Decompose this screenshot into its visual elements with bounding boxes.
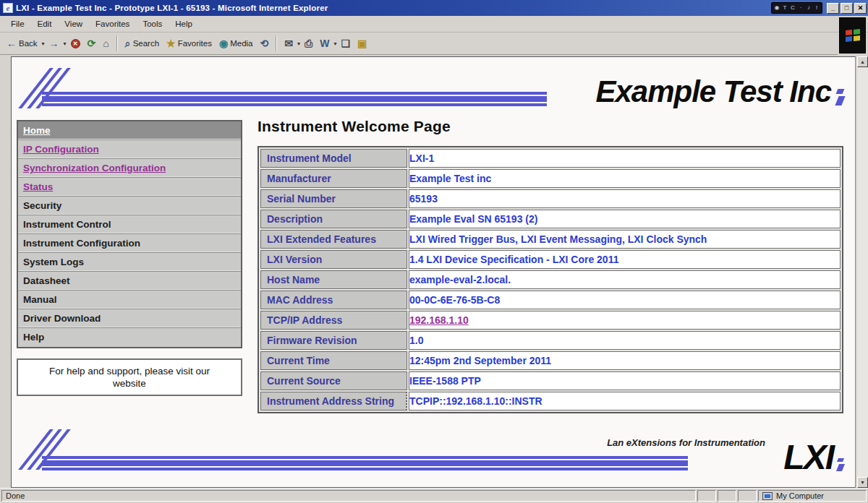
lxi-logo-text: LXI <box>783 439 833 476</box>
refresh-button[interactable]: ⟳ <box>85 36 99 51</box>
plugin-icon[interactable]: ! <box>813 4 820 12</box>
table-row: Manufacturer Example Test inc <box>260 169 841 188</box>
menu-bar: File Edit View Favorites Tools Help <box>0 16 868 33</box>
lxi-tagline: Lan eXtensions for Instrumentation <box>607 437 765 448</box>
plugin-icon[interactable]: T <box>781 4 788 12</box>
menu-edit[interactable]: Edit <box>31 17 59 30</box>
print-button[interactable]: ⎙ <box>302 36 315 51</box>
plugin-icon[interactable]: C <box>789 4 796 12</box>
logo-mark-icon <box>837 89 843 106</box>
sidebar-item-ip-configuration[interactable]: IP Configuration <box>18 140 241 159</box>
sidebar-item-instrument-configuration[interactable]: Instrument Configuration <box>18 234 241 253</box>
edit-icon: W <box>320 38 329 49</box>
mail-button[interactable]: ✉ <box>281 36 296 51</box>
toolbar-separator <box>276 35 277 51</box>
minimize-button[interactable]: _ <box>827 3 839 14</box>
stop-button[interactable]: ✕ <box>68 38 83 50</box>
sidebar: Home IP Configuration Synchronization Co… <box>17 120 242 396</box>
ie-throbber <box>839 17 866 53</box>
print-icon: ⎙ <box>305 38 312 49</box>
back-dropdown-icon[interactable]: ▾ <box>42 40 45 47</box>
sidebar-item-instrument-control[interactable]: Instrument Control <box>18 215 241 234</box>
media-label: Media <box>230 39 252 48</box>
plugin-icon[interactable]: · <box>797 4 804 12</box>
lxi-logo: LXI <box>783 439 843 476</box>
vertical-scrollbar[interactable]: ▲ ▼ <box>857 56 868 488</box>
row-label: Instrument Address String <box>260 392 407 410</box>
messenger-icon: ▣ <box>357 38 367 49</box>
row-value: LXI Wired Trigger Bus, LXI Event Messagi… <box>409 230 841 249</box>
mail-icon: ✉ <box>284 38 293 49</box>
forward-icon: → <box>49 38 59 49</box>
table-row: Current Source IEEE-1588 PTP <box>260 371 841 390</box>
plugin-icon[interactable]: ◉ <box>773 4 780 12</box>
row-label: LXI Extended Features <box>260 230 407 249</box>
sidebar-item-home[interactable]: Home <box>18 121 241 140</box>
media-icon: ◉ <box>219 38 228 49</box>
plugin-icon[interactable]: ♪ <box>805 4 812 12</box>
sidebar-item-datasheet[interactable]: Datasheet <box>18 272 241 291</box>
favorites-button[interactable]: ★ Favorites <box>163 36 215 51</box>
back-icon: ← <box>7 38 17 49</box>
stop-icon: ✕ <box>71 39 80 48</box>
maximize-button[interactable]: □ <box>841 3 853 14</box>
row-label: Current Time <box>260 351 407 370</box>
row-value: Example Test inc <box>409 169 841 188</box>
row-label: Serial Number <box>260 189 407 208</box>
menu-help[interactable]: Help <box>169 17 199 30</box>
sidebar-item-system-logs[interactable]: System Logs <box>18 253 241 272</box>
row-label: Description <box>260 210 407 228</box>
zone-label: My Computer <box>776 491 824 500</box>
history-button[interactable]: ⟲ <box>258 36 272 51</box>
scroll-up-icon[interactable]: ▲ <box>857 56 868 67</box>
menu-tools[interactable]: Tools <box>136 17 169 30</box>
scroll-down-icon[interactable]: ▼ <box>857 477 868 488</box>
table-row: Firmware Revision 1.0 <box>260 331 841 350</box>
row-value: example-eval-2.local. <box>409 270 841 289</box>
menu-view[interactable]: View <box>58 17 89 30</box>
home-button[interactable]: ⌂ <box>100 36 111 51</box>
search-label: Search <box>133 39 159 48</box>
sidebar-item-status[interactable]: Status <box>18 178 241 197</box>
row-value: 1.4 LXI Device Specification - LXI Core … <box>409 250 841 269</box>
row-value: 65193 <box>409 189 841 208</box>
table-row: Description Example Eval SN 65193 (2) <box>260 210 841 228</box>
page-title: Instrument Welcome Page <box>258 118 845 135</box>
row-value: TCPIP::192.168.1.10::INSTR <box>409 392 841 410</box>
forward-button[interactable]: → <box>46 36 62 51</box>
close-button[interactable]: ✕ <box>854 3 867 14</box>
messenger-button[interactable]: ▣ <box>354 36 370 51</box>
edit-button[interactable]: W <box>317 36 332 51</box>
forward-dropdown-icon[interactable]: ▾ <box>64 40 67 47</box>
row-value: Example Eval SN 65193 (2) <box>409 210 841 228</box>
sidebar-item-synchronization-configuration[interactable]: Synchronization Configuration <box>18 159 241 178</box>
lxi-logo-mark-icon <box>838 458 843 471</box>
row-label: LXI Version <box>260 250 407 269</box>
search-button[interactable]: ⌕ Search <box>122 36 162 51</box>
menu-file[interactable]: File <box>4 17 31 30</box>
table-row: Instrument Model LXI-1 <box>260 149 841 168</box>
back-label: Back <box>19 39 38 48</box>
status-pane <box>738 490 757 502</box>
mail-dropdown-icon[interactable]: ▾ <box>297 40 300 47</box>
edit-dropdown-icon[interactable]: ▾ <box>333 40 336 47</box>
titlebar-plugin-icons[interactable]: ◉ T C · ♪ ! <box>771 2 822 14</box>
row-label: TCP/IP Address <box>260 311 407 330</box>
back-button[interactable]: ← Back <box>4 36 41 51</box>
discuss-icon: ❏ <box>341 38 350 49</box>
menu-favorites[interactable]: Favorites <box>89 17 136 30</box>
media-button[interactable]: ◉ Media <box>216 36 256 51</box>
sidebar-item-security[interactable]: Security <box>18 197 241 215</box>
row-value: 00-0C-6E-76-5B-C8 <box>409 291 841 309</box>
sidebar-nav: Home IP Configuration Synchronization Co… <box>17 120 242 348</box>
sidebar-item-help[interactable]: Help <box>18 328 241 347</box>
favorites-icon: ★ <box>166 38 176 49</box>
row-label: MAC Address <box>260 291 407 309</box>
toolbar-separator <box>116 35 118 51</box>
sidebar-item-manual[interactable]: Manual <box>18 291 241 309</box>
browser-viewport: Example Test Inc Home IP Configuration S… <box>11 56 856 488</box>
discuss-button[interactable]: ❏ <box>338 36 353 51</box>
sidebar-item-driver-download[interactable]: Driver Download <box>18 309 241 328</box>
tcpip-address-link[interactable]: 192.168.1.10 <box>409 314 469 326</box>
ie-document-icon: e <box>3 3 13 13</box>
